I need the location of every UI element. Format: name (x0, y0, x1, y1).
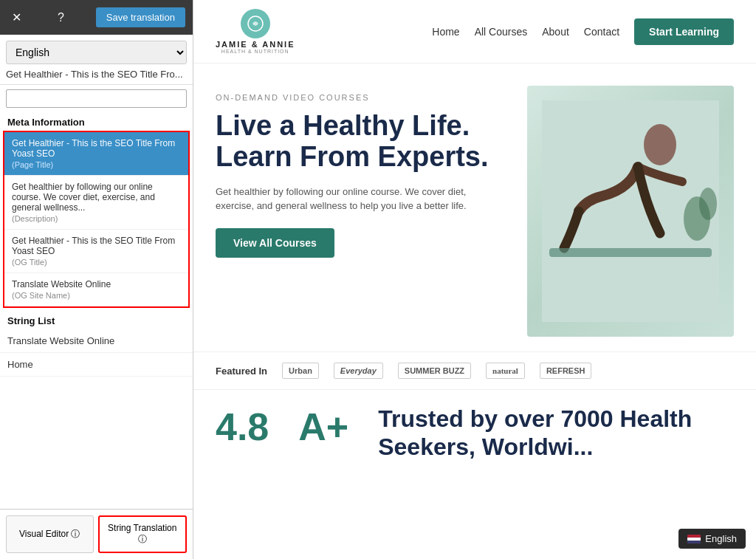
trusted-text: Trusted by over 7000 Health Seekers, Wor… (378, 405, 734, 462)
hero-text: ON-DEMAND VIDEO COURSES Live a Healthy L… (216, 86, 512, 337)
stat-rating-number: 4.8 (216, 405, 269, 449)
featured-logo-3: natural (486, 363, 525, 379)
svg-point-5 (699, 188, 717, 220)
help-button[interactable]: ? (53, 10, 69, 26)
nav-home[interactable]: Home (432, 26, 459, 38)
hero-eyebrow: ON-DEMAND VIDEO COURSES (216, 93, 512, 102)
meta-item-2[interactable]: Get Healthier - This is the SEO Title Fr… (4, 230, 188, 273)
lang-badge-text: English (705, 533, 737, 544)
meta-section-group: Get Healthier - This is the SEO Title Fr… (3, 131, 190, 308)
featured-logo-4: REFRESH (540, 363, 592, 379)
language-select-wrapper: English (0, 35, 193, 64)
featured-logo-2: SUMMER BUZZ (398, 363, 471, 379)
string-item-0[interactable]: Translate Website Online (0, 329, 193, 353)
string-item-1[interactable]: Home (0, 353, 193, 377)
flag-icon (687, 535, 701, 543)
meta-item-3-text: Translate Website Online (12, 279, 181, 289)
view-courses-button[interactable]: View All Courses (216, 228, 334, 258)
meta-item-1-text: Get healthier by following our online co… (12, 182, 181, 213)
featured-label: Featured In (216, 366, 267, 377)
meta-item-3-sub: (OG Site Name) (12, 291, 181, 300)
hero-section: ON-DEMAND VIDEO COURSES Live a Healthy L… (193, 64, 756, 351)
language-badge[interactable]: English (678, 529, 746, 549)
language-select[interactable]: English (6, 41, 187, 64)
site-nav: Home All Courses About Contact Start Lea… (432, 18, 734, 45)
hero-headline: Live a Healthy Life. Learn From Experts. (216, 111, 512, 173)
site-logo: JAMIE & ANNIE HEALTH & NUTRITION (216, 9, 295, 54)
translation-panel: ✕ ? Save translation English Get Healthi… (0, 0, 193, 559)
search-wrapper (0, 85, 193, 112)
search-input[interactable] (6, 89, 187, 108)
yoga-figure (542, 100, 719, 322)
nav-about[interactable]: About (542, 26, 569, 38)
stat-rating: 4.8 (216, 405, 269, 449)
trusted-headline: Trusted by over 7000 Health Seekers, Wor… (378, 405, 734, 462)
logo-icon (247, 15, 264, 32)
site-header: JAMIE & ANNIE HEALTH & NUTRITION Home Al… (193, 0, 756, 64)
meta-item-0-text: Get Healthier - This is the SEO Title Fr… (12, 138, 181, 159)
logo-name: JAMIE & ANNIE (216, 40, 295, 49)
stat-grade-number: A+ (298, 405, 348, 449)
logo-circle (241, 9, 270, 38)
hero-subtext: Get healthier by following our online co… (216, 185, 467, 213)
meta-information-header: Meta Information (0, 112, 193, 131)
panel-footer: Visual Editor ⓘ String Translation ⓘ (0, 509, 193, 559)
start-learning-button[interactable]: Start Learning (634, 18, 734, 45)
featured-logo-0: Urban (282, 363, 319, 379)
logo-subtext: HEALTH & NUTRITION (221, 49, 289, 54)
panel-header: ✕ ? Save translation (0, 0, 193, 35)
string-translation-button[interactable]: String Translation ⓘ (98, 515, 188, 553)
yoga-background (527, 86, 734, 337)
stat-grade: A+ (298, 405, 348, 449)
meta-item-1[interactable]: Get healthier by following our online co… (4, 176, 188, 230)
hero-image (527, 86, 734, 337)
stats-section: 4.8 A+ Trusted by over 7000 Health Seeke… (193, 390, 756, 476)
featured-bar: Featured In Urban Everyday SUMMER BUZZ n… (193, 351, 756, 390)
strings-list: Meta Information Get Healthier - This is… (0, 112, 193, 509)
meta-item-3[interactable]: Translate Website Online (OG Site Name) (4, 273, 188, 306)
visual-editor-button[interactable]: Visual Editor ⓘ (6, 515, 94, 553)
meta-item-2-sub: (OG Title) (12, 258, 181, 267)
meta-item-0[interactable]: Get Healthier - This is the SEO Title Fr… (4, 132, 188, 176)
featured-logo-1: Everyday (334, 363, 383, 379)
meta-item-0-sub: (Page Title) (12, 160, 181, 169)
main-content: JAMIE & ANNIE HEALTH & NUTRITION Home Al… (193, 0, 756, 559)
svg-point-2 (644, 124, 676, 165)
nav-contact[interactable]: Contact (584, 26, 619, 38)
meta-item-1-sub: (Description) (12, 214, 181, 223)
string-list-header: String List (0, 311, 193, 329)
page-title-bar: Get Healthier - This is the SEO Title Fr… (0, 64, 193, 85)
svg-rect-3 (549, 248, 712, 257)
meta-item-2-text: Get Healthier - This is the SEO Title Fr… (12, 236, 181, 256)
save-translation-button[interactable]: Save translation (96, 7, 185, 27)
nav-all-courses[interactable]: All Courses (475, 26, 528, 38)
close-button[interactable]: ✕ (7, 9, 26, 26)
